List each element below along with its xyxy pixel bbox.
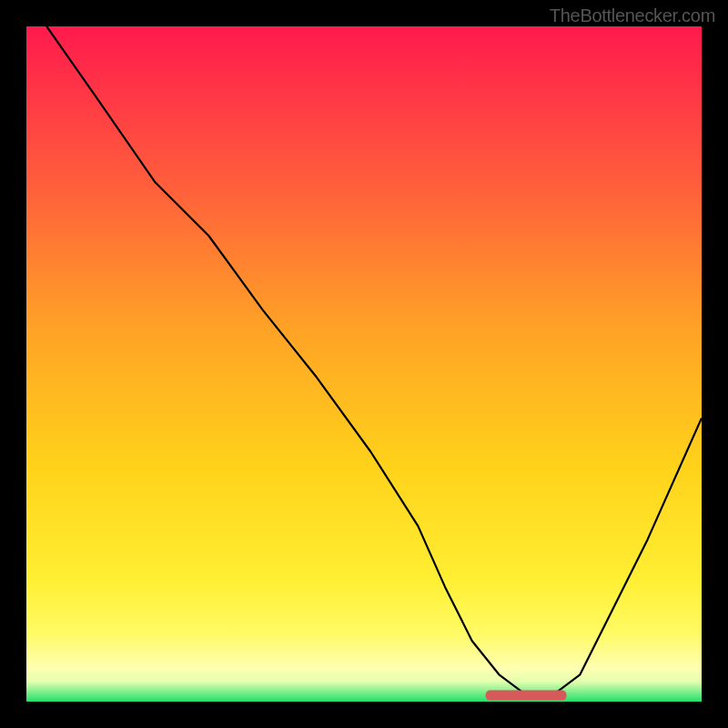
optimal-band-marker — [486, 691, 567, 701]
watermark-text: TheBottlenecker.com — [550, 5, 715, 26]
marker-group — [486, 691, 567, 701]
chart-area — [26, 26, 702, 702]
chart-svg — [26, 26, 702, 702]
gradient-background — [26, 26, 702, 702]
